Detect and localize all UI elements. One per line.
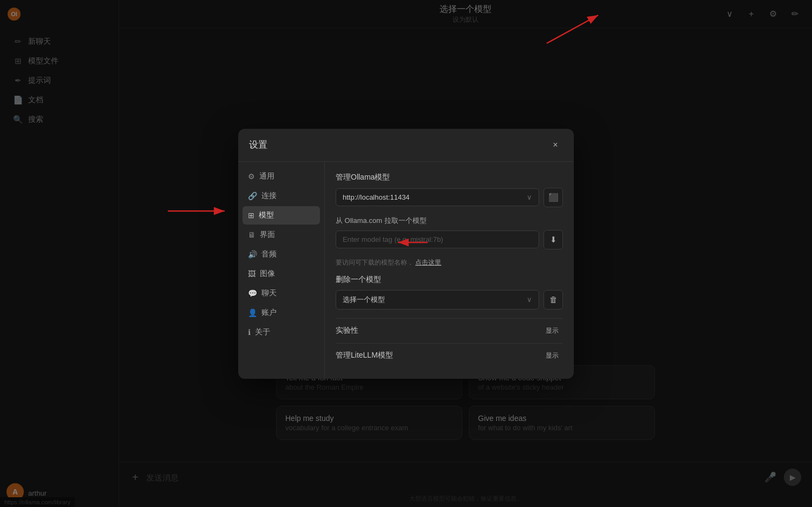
info-icon: ℹ: [248, 328, 251, 337]
modal-body: ⚙ 通用 🔗 连接 ⊞ 模型 🖥 界面 🔊 音频: [238, 162, 574, 379]
settings-content: 管理Ollama模型 http://localhost:11434 ∨ ⬛ 从 …: [325, 162, 574, 379]
settings-nav-label-about: 关于: [255, 327, 270, 337]
settings-nav-account[interactable]: 👤 账户: [243, 304, 320, 322]
delete-model-placeholder: 选择一个模型: [343, 295, 385, 305]
delete-model-row: 选择一个模型 ∨ 🗑: [336, 290, 563, 310]
close-button[interactable]: ×: [548, 137, 563, 153]
interface-icon: 🖥: [248, 231, 256, 239]
settings-nav-audio[interactable]: 🔊 音频: [243, 245, 320, 264]
settings-nav-label-models: 模型: [259, 210, 274, 220]
experimental-label: 实验性: [336, 326, 358, 335]
ollama-url-value: http://localhost:11434: [343, 193, 410, 201]
settings-nav-connections[interactable]: 🔗 连接: [243, 187, 320, 205]
settings-nav-models[interactable]: ⊞ 模型: [243, 206, 320, 225]
pull-hint: 要访问可下载的模型名称， 点击这里: [336, 258, 563, 267]
close-icon: ×: [553, 140, 558, 150]
modal-overlay[interactable]: 设置 × ⚙ 通用 🔗 连接 ⊞ 模型: [0, 0, 812, 507]
link-icon: 🔗: [248, 192, 257, 200]
manage-ollama-title: 管理Ollama模型: [336, 173, 563, 182]
settings-nav-about[interactable]: ℹ 关于: [243, 323, 320, 341]
litelm-show-button[interactable]: 显示: [541, 349, 563, 363]
audio-icon: 🔊: [248, 250, 257, 259]
pull-section-title: 从 Ollama.com 拉取一个模型: [336, 216, 563, 226]
settings-nav: ⚙ 通用 🔗 连接 ⊞ 模型 🖥 界面 🔊 音频: [238, 162, 325, 379]
pull-model-row: ⬇: [336, 230, 563, 249]
chevron-down-icon-2: ∨: [527, 295, 532, 304]
settings-nav-interface[interactable]: 🖥 界面: [243, 226, 320, 244]
settings-nav-images[interactable]: 🖼 图像: [243, 265, 320, 283]
settings-nav-label-images: 图像: [260, 269, 275, 279]
settings-nav-label-audio: 音频: [261, 249, 277, 259]
images-icon: 🖼: [248, 269, 256, 278]
model-tag-input[interactable]: [336, 231, 539, 248]
gear-icon: ⚙: [248, 172, 255, 181]
settings-nav-label-general: 通用: [259, 172, 274, 181]
delete-model-select[interactable]: 选择一个模型 ∨: [336, 290, 539, 310]
settings-nav-label-interface: 界面: [260, 230, 275, 240]
chat-icon: 💬: [248, 289, 257, 298]
settings-nav-label-connections: 连接: [261, 191, 277, 201]
connect-ollama-button[interactable]: ⬛: [543, 188, 563, 207]
download-icon: ⬇: [550, 235, 557, 245]
settings-modal: 设置 × ⚙ 通用 🔗 连接 ⊞ 模型: [238, 129, 574, 379]
settings-nav-chat[interactable]: 💬 聊天: [243, 284, 320, 302]
ollama-url-select[interactable]: http://localhost:11434 ∨: [336, 188, 539, 206]
download-button[interactable]: ⬇: [543, 230, 563, 249]
ollama-url-row: http://localhost:11434 ∨ ⬛: [336, 188, 563, 207]
litelm-row: 管理LiteLLM模型 显示: [336, 343, 563, 368]
experimental-row: 实验性 显示: [336, 318, 563, 343]
experimental-show-button[interactable]: 显示: [541, 324, 563, 338]
trash-icon: 🗑: [549, 295, 558, 304]
settings-nav-general[interactable]: ⚙ 通用: [243, 167, 320, 186]
delete-model-button[interactable]: 🗑: [543, 290, 563, 310]
litelm-label: 管理LiteLLM模型: [336, 351, 393, 360]
models-nav-icon: ⊞: [248, 211, 254, 220]
account-icon: 👤: [248, 308, 257, 317]
delete-model-title: 删除一个模型: [336, 275, 563, 285]
settings-nav-label-account: 账户: [261, 308, 277, 318]
modal-header: 设置 ×: [238, 129, 574, 162]
pull-hint-link[interactable]: 点击这里: [415, 259, 441, 266]
modal-title: 设置: [249, 139, 267, 151]
connect-icon: ⬛: [548, 193, 559, 202]
settings-nav-label-chat: 聊天: [261, 288, 277, 298]
chevron-down-icon: ∨: [527, 193, 532, 201]
pull-hint-text: 要访问可下载的模型名称，: [336, 259, 414, 266]
